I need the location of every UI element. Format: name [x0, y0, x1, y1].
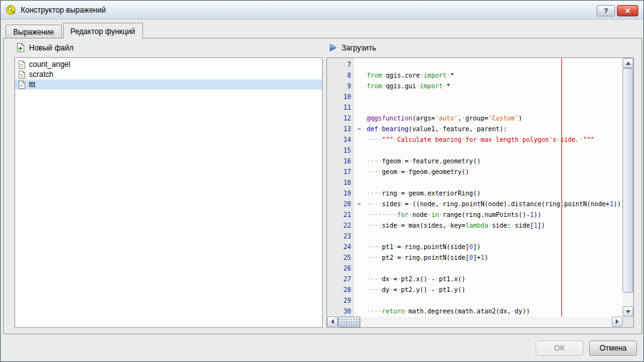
horizontal-scroll-thumb[interactable]: [338, 317, 360, 327]
file-item[interactable]: scratch: [15, 69, 322, 79]
line-number: 12: [327, 113, 354, 124]
line-number: 29: [327, 295, 354, 306]
title-bar[interactable]: Конструктор выражений ? ✕: [1, 1, 643, 20]
code-text: ········for·node·in·range(ring.numPoints…: [364, 209, 541, 220]
editor-line[interactable]: 16····fgeom·=·feature.geometry(): [327, 156, 623, 166]
code-text: ····geom·=·fgeom.geometry(): [364, 166, 469, 177]
editor-lines: 78from·qgis.core·import·*9from·qgis.gui·…: [327, 58, 623, 317]
tab-expression[interactable]: Выражение: [6, 25, 62, 38]
file-icon: [18, 61, 26, 69]
vertical-scroll-track[interactable]: [623, 68, 633, 307]
fold-margin: [354, 284, 364, 295]
editor-line[interactable]: 15: [327, 145, 623, 156]
fold-margin: [354, 306, 364, 317]
horizontal-scroll-track[interactable]: [338, 317, 612, 327]
window-controls: ? ✕: [597, 1, 638, 19]
fold-margin: [354, 70, 364, 81]
file-name: scratch: [29, 70, 54, 79]
editor-line[interactable]: 10: [327, 91, 623, 102]
code-text: ····pt1·=·ring.pointN(side[0]): [364, 242, 481, 252]
expression-builder-dialog: Конструктор выражений ? ✕ Выражение Реда…: [0, 0, 644, 362]
editor-line[interactable]: 22····side·=·max(sides,·key=lambda·side:…: [327, 220, 623, 231]
new-file-button[interactable]: Новый файл: [11, 40, 78, 55]
code-text: [364, 91, 367, 102]
file-item[interactable]: ttt: [15, 79, 322, 90]
line-number: 16: [327, 156, 354, 166]
code-text: @qgsfunction(args='auto',·group='Custom'…: [364, 113, 522, 124]
line-number: 25: [327, 252, 354, 263]
load-icon: [328, 43, 338, 52]
fold-margin: [354, 59, 364, 70]
line-number: 7: [327, 59, 354, 70]
code-editor[interactable]: 78from·qgis.core·import·*9from·qgis.gui·…: [326, 57, 634, 328]
code-text: [364, 295, 367, 306]
fold-margin: [354, 177, 364, 188]
ok-button[interactable]: OK: [536, 341, 584, 356]
file-name: count_angel: [29, 60, 70, 69]
load-button[interactable]: Загрузить: [324, 40, 381, 55]
fold-marker[interactable]: −: [354, 199, 364, 209]
line-number: 30: [327, 306, 354, 317]
editor-line[interactable]: 27····dx·=·pt2.x()·-·pt1.x(): [327, 274, 623, 284]
editor-line[interactable]: 20−····sides·=·((node,·ring.pointN(node)…: [327, 199, 623, 209]
editor-line[interactable]: 7: [327, 59, 623, 70]
new-file-icon: [16, 43, 25, 52]
editor-line[interactable]: 30····return·math.degrees(math.atan2(dx,…: [327, 306, 623, 317]
editor-line[interactable]: 9from·qgis.gui·import·*: [327, 81, 623, 91]
cancel-button[interactable]: Отмена: [589, 341, 637, 356]
fold-marker[interactable]: −: [354, 124, 364, 134]
editor-line[interactable]: 11: [327, 102, 623, 113]
editor-line[interactable]: 26: [327, 263, 623, 274]
tab-function-editor[interactable]: Редактор функций: [63, 23, 143, 38]
arrow-down-icon: [626, 310, 631, 313]
editor-line[interactable]: 21········for·node·in·range(ring.numPoin…: [327, 209, 623, 220]
close-button[interactable]: ✕: [617, 5, 638, 16]
vertical-scroll-thumb[interactable]: [623, 68, 633, 293]
editor-line[interactable]: 18: [327, 177, 623, 188]
vertical-scrollbar[interactable]: [623, 58, 633, 317]
file-item[interactable]: count_angel: [15, 59, 322, 69]
fold-margin: [354, 134, 364, 145]
editor-line[interactable]: 17····geom·=·fgeom.geometry(): [327, 166, 623, 177]
fold-margin: [354, 263, 364, 274]
editor-line[interactable]: 23: [327, 231, 623, 242]
editor-line[interactable]: 24····pt1·=·ring.pointN(side[0]): [327, 242, 623, 252]
scroll-left-button[interactable]: [327, 317, 338, 327]
fold-margin: [354, 252, 364, 263]
fold-margin: [354, 274, 364, 284]
line-number: 13: [327, 124, 354, 134]
scroll-down-button[interactable]: [623, 307, 633, 317]
file-list[interactable]: count_angel scratch ttt: [14, 57, 323, 328]
code-text: [364, 177, 367, 188]
scroll-right-button[interactable]: [612, 317, 623, 327]
load-label: Загрузить: [342, 44, 376, 52]
line-number: 19: [327, 188, 354, 199]
fold-margin: [354, 81, 364, 91]
qgis-icon: [6, 4, 16, 15]
editor-line[interactable]: 29: [327, 295, 623, 306]
line-number: 20: [327, 199, 354, 209]
editor-line[interactable]: 19····ring·=·geom.exteriorRing(): [327, 188, 623, 199]
arrow-up-icon: [626, 62, 631, 65]
code-text: ····side·=·max(sides,·key=lambda·side:·s…: [364, 220, 545, 231]
code-text: [364, 231, 367, 242]
file-icon: [18, 81, 26, 89]
fold-margin: [354, 220, 364, 231]
edge-guide-line: [561, 58, 562, 317]
fold-margin: [354, 295, 364, 306]
editor-line[interactable]: 14····"""·Calculate·bearing·for·max·leng…: [327, 134, 623, 145]
editor-line[interactable]: 8from·qgis.core·import·*: [327, 70, 623, 81]
line-number: 27: [327, 274, 354, 284]
editor-line[interactable]: 28····dy·=·pt2.y()·-·pt1.y(): [327, 284, 623, 295]
window-title: Конструктор выражений: [21, 6, 106, 15]
line-number: 14: [327, 134, 354, 145]
help-button[interactable]: ?: [597, 5, 615, 16]
editor-line[interactable]: 25····pt2·=·ring.pointN(side[0]+1): [327, 252, 623, 263]
editor-line[interactable]: 13−def·bearing(value1,·feature,·parent):: [327, 124, 623, 134]
editor-line[interactable]: 12@qgsfunction(args='auto',·group='Custo…: [327, 113, 623, 124]
new-file-label: Новый файл: [29, 44, 74, 52]
line-number: 15: [327, 145, 354, 156]
scroll-up-button[interactable]: [623, 58, 633, 68]
horizontal-scrollbar[interactable]: [327, 317, 623, 327]
line-number: 10: [327, 91, 354, 102]
